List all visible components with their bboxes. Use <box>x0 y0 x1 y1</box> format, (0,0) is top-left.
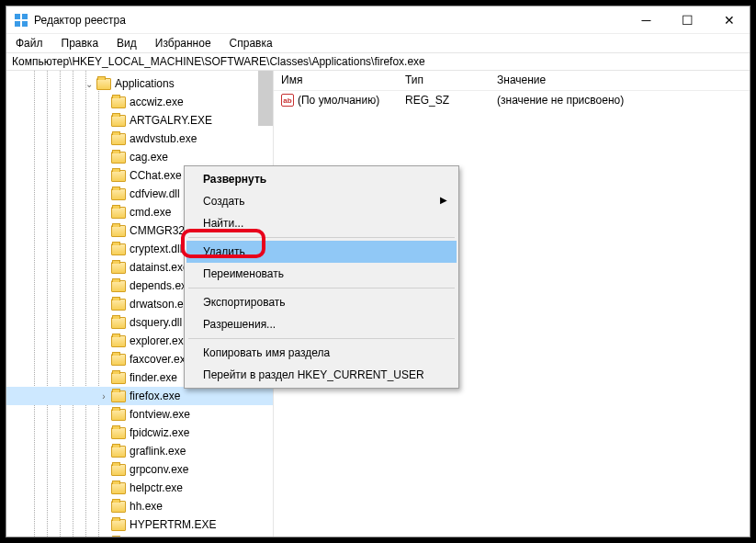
menu-item[interactable]: Удалить <box>186 241 457 263</box>
tree-item[interactable]: hh.exe <box>6 497 273 515</box>
tree-label: cag.exe <box>130 151 168 164</box>
folder-icon <box>111 225 126 237</box>
menu-item[interactable]: Переименовать <box>186 263 457 285</box>
caret-down-icon[interactable]: ⌄ <box>84 79 95 89</box>
col-name[interactable]: Имя <box>274 71 398 90</box>
tree-label: CMMGR32 <box>130 224 185 237</box>
svg-rect-0 <box>15 14 20 19</box>
folder-icon <box>111 280 126 292</box>
tree-item[interactable]: iexplore.exe <box>6 534 273 537</box>
menu-file[interactable]: Файл <box>12 35 47 51</box>
folder-icon <box>111 372 126 384</box>
minimize-button[interactable]: ─ <box>626 6 667 33</box>
menu-item[interactable]: Найти... <box>186 212 457 234</box>
tree-item[interactable]: ARTGALRY.EXE <box>6 111 273 130</box>
tree-item[interactable]: grpconv.exe <box>6 460 273 479</box>
menu-edit[interactable]: Правка <box>58 35 103 51</box>
context-menu: РазвернутьСоздать▶Найти...УдалитьПереиме… <box>184 165 459 389</box>
close-button[interactable]: ✕ <box>708 6 750 33</box>
tree-label: cryptext.dll <box>130 243 182 255</box>
tree-label: finder.exe <box>130 371 177 384</box>
menu-item[interactable]: Создать▶ <box>186 190 457 212</box>
tree-label: fpidcwiz.exe <box>130 426 189 439</box>
col-type[interactable]: Тип <box>398 71 490 90</box>
folder-icon <box>111 354 126 366</box>
folder-icon <box>111 464 126 476</box>
tree-item[interactable]: helpctr.exe <box>6 479 273 497</box>
folder-icon <box>111 317 126 329</box>
col-value[interactable]: Значение <box>490 71 750 90</box>
app-icon <box>14 13 28 28</box>
submenu-arrow-icon: ▶ <box>440 195 447 205</box>
menu-item[interactable]: Копировать имя раздела <box>186 342 457 364</box>
value-type: REG_SZ <box>398 94 490 107</box>
menu-help[interactable]: Справка <box>226 35 276 51</box>
tree-item[interactable]: fpidcwiz.exe <box>6 424 273 442</box>
folder-icon <box>111 96 126 108</box>
tree-label: ARTGALRY.EXE <box>130 114 212 127</box>
tree-item[interactable]: ›firefox.exe <box>6 387 273 405</box>
folder-icon <box>111 390 126 402</box>
tree-label: faxcover.exe <box>130 353 191 366</box>
list-header[interactable]: Имя Тип Значение <box>274 71 750 91</box>
folder-icon <box>111 152 126 164</box>
caret-right-icon[interactable]: › <box>98 391 109 402</box>
menu-separator <box>188 338 455 339</box>
folder-icon <box>111 501 126 513</box>
tree-item[interactable]: accwiz.exe <box>6 93 273 111</box>
tree-item[interactable]: HYPERTRM.EXE <box>6 515 273 534</box>
tree-label: helpctr.exe <box>130 481 183 494</box>
tree-label: cmd.exe <box>130 206 171 219</box>
folder-icon <box>111 188 126 200</box>
folder-icon <box>111 207 126 219</box>
folder-icon <box>111 427 126 439</box>
string-value-icon: ab <box>281 94 294 107</box>
folder-icon <box>111 482 126 494</box>
folder-icon <box>96 78 111 90</box>
titlebar[interactable]: Редактор реестра ─ ☐ ✕ <box>6 6 750 34</box>
tree-item[interactable]: graflink.exe <box>6 442 273 460</box>
menu-item[interactable]: Экспортировать <box>186 291 457 313</box>
folder-icon <box>111 446 126 458</box>
address-bar[interactable]: Компьютер\HKEY_LOCAL_MACHINE\SOFTWARE\Cl… <box>6 52 750 71</box>
menu-view[interactable]: Вид <box>113 35 141 51</box>
value-name-cell: ab (По умолчанию) <box>274 94 398 107</box>
tree-label: explorer.exe <box>130 334 189 347</box>
tree-label: fontview.exe <box>130 408 190 421</box>
folder-icon <box>111 115 126 127</box>
tree-label: CChat.exe <box>130 169 182 182</box>
folder-icon <box>111 243 126 255</box>
menu-separator <box>188 288 455 288</box>
folder-icon <box>111 133 126 145</box>
tree-label: accwiz.exe <box>130 96 184 108</box>
svg-rect-2 <box>15 21 20 27</box>
svg-rect-3 <box>22 21 28 27</box>
tree-label: Applications <box>115 77 175 90</box>
tree-label: hh.exe <box>130 500 163 513</box>
tree-item[interactable]: cag.exe <box>6 148 273 166</box>
window-title: Редактор реестра <box>34 14 626 27</box>
tree-item[interactable]: fontview.exe <box>6 405 273 424</box>
tree-label: cdfview.dll <box>130 187 180 200</box>
maximize-button[interactable]: ☐ <box>667 6 708 33</box>
tree-label: HYPERTRM.EXE <box>130 518 216 531</box>
menu-item[interactable]: Разрешения... <box>186 313 457 335</box>
folder-icon <box>111 409 126 421</box>
svg-rect-1 <box>22 14 28 19</box>
tree-label: awdvstub.exe <box>130 132 197 145</box>
menu-favorites[interactable]: Избранное <box>152 35 215 51</box>
folder-icon <box>111 170 126 182</box>
menu-item[interactable]: Развернуть <box>186 168 457 190</box>
menu-item[interactable]: Перейти в раздел HKEY_CURRENT_USER <box>186 364 457 386</box>
tree-parent-applications[interactable]: ⌄Applications <box>6 74 273 93</box>
value-data: (значение не присвоено) <box>490 94 750 107</box>
tree-label: firefox.exe <box>130 390 180 402</box>
tree-label: datainst.exe <box>130 261 189 274</box>
tree-item[interactable]: awdvstub.exe <box>6 130 273 148</box>
list-row[interactable]: ab (По умолчанию) REG_SZ (значение не пр… <box>274 91 750 109</box>
folder-icon <box>111 519 126 531</box>
tree-label: graflink.exe <box>130 445 186 458</box>
folder-icon <box>111 262 126 274</box>
tree-label: dsquery.dll <box>130 316 182 329</box>
menubar: Файл Правка Вид Избранное Справка <box>6 34 750 52</box>
